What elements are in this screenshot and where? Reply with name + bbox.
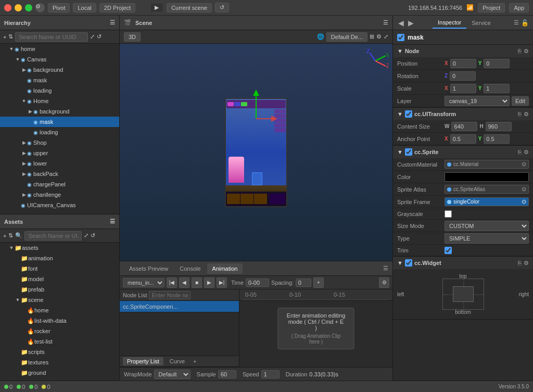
node-settings-icon[interactable]: ⚙ xyxy=(524,48,529,55)
play-back-btn[interactable]: ◀ xyxy=(179,277,189,288)
node-copy-icon[interactable]: ⎘ xyxy=(518,48,522,55)
next-frame-btn[interactable]: ▶| xyxy=(217,277,227,288)
inspector-tab[interactable]: Inspector xyxy=(433,17,466,29)
tree-item-mask1[interactable]: ▶ ◉ mask xyxy=(0,75,119,85)
color-swatch[interactable] xyxy=(445,172,529,182)
assets-item-font[interactable]: ▶ 📁 font xyxy=(0,263,119,274)
maximize-btn[interactable] xyxy=(25,4,32,11)
uitransform-copy-icon[interactable]: ⎘ xyxy=(518,111,522,118)
speed-input[interactable] xyxy=(261,370,280,378)
assets-menu-icon[interactable]: ☰ xyxy=(110,218,115,225)
minimize-btn[interactable] xyxy=(15,4,22,11)
tree-item-lower[interactable]: ▶ ◉ lower xyxy=(0,158,119,169)
stop-btn[interactable]: ■ xyxy=(192,277,202,288)
tree-item-backpack[interactable]: ▶ ◉ backPack xyxy=(0,169,119,179)
sizemode-select[interactable]: CUSTOM xyxy=(445,221,529,231)
sprite-atlas-ref-btn[interactable]: ⊙ xyxy=(522,186,526,193)
hierarchy-menu-icon[interactable]: ☰ xyxy=(110,19,115,26)
current-scene-button[interactable]: Current scene xyxy=(167,3,212,12)
tree-item-challenge[interactable]: ▶ ◉ chanllenge xyxy=(0,189,119,200)
position-y-input[interactable] xyxy=(484,59,510,68)
animation-menu-icon[interactable]: ☰ xyxy=(383,265,388,272)
layer-edit-btn[interactable]: Edit xyxy=(512,96,529,106)
local-button[interactable]: Local xyxy=(73,3,96,12)
assets-item-scripts[interactable]: ▶ 📁 scripts xyxy=(0,347,119,357)
clip-select[interactable]: menu_in... xyxy=(123,278,164,287)
play-button[interactable]: ▶ xyxy=(150,3,163,12)
assets-item-ground[interactable]: ▶ 📁 ground xyxy=(0,368,119,378)
service-tab[interactable]: Service xyxy=(466,18,496,28)
assets-item-assets[interactable]: ▼ 📁 assets xyxy=(0,243,119,253)
anim-settings-btn[interactable]: ⚙ xyxy=(379,277,389,288)
tree-item-chargepanel[interactable]: ▶ ◉ chargePanel xyxy=(0,179,119,189)
tree-item-canvas[interactable]: ▼ ◉ Canvas xyxy=(0,54,119,65)
close-btn[interactable] xyxy=(4,4,11,11)
assets-item-testlist[interactable]: ▶ 🔥 test-list xyxy=(0,336,119,347)
node-section-header[interactable]: ▼ Node ⎘ ⚙ xyxy=(393,45,533,57)
widget-copy-icon[interactable]: ⎘ xyxy=(518,260,522,267)
tree-item-home2[interactable]: ▼ ◉ Home xyxy=(0,96,119,106)
tree-item-bg2[interactable]: ▶ ◉ background xyxy=(0,106,119,117)
custommaterial-ref-btn[interactable]: ⊙ xyxy=(522,161,526,168)
anchor-x-input[interactable] xyxy=(450,134,476,144)
assets-item-animation[interactable]: ▶ 📁 animation xyxy=(0,253,119,263)
project-button[interactable]: Project xyxy=(478,3,505,12)
sprite-settings-icon[interactable]: ⚙ xyxy=(524,149,529,156)
assets-add-icon[interactable]: + xyxy=(3,233,6,239)
widget-header[interactable]: ▼ cc.Widget ⎘ ⚙ xyxy=(393,257,533,269)
wrapmode-select[interactable]: Default xyxy=(154,370,191,379)
tree-item-upper[interactable]: ▶ ◉ upper xyxy=(0,148,119,158)
scene-view[interactable]: Y Z Z xyxy=(120,44,392,261)
tab-animation[interactable]: Animation xyxy=(207,263,243,274)
3d-mode-button[interactable]: 3D xyxy=(124,32,141,42)
width-input[interactable] xyxy=(451,122,477,131)
sprite-header[interactable]: ▼ cc.Sprite ⎘ ⚙ xyxy=(393,146,533,158)
assets-item-scene[interactable]: ▼ 📁 scene xyxy=(0,295,119,305)
hierarchy-expand-icon[interactable]: ⤢ xyxy=(90,33,95,40)
curve-tab[interactable]: Curve xyxy=(166,357,189,365)
tree-item-uicamera[interactable]: ▶ ◉ UICamera_Canvas xyxy=(0,200,119,210)
expand-scene-icon[interactable]: ⤢ xyxy=(384,33,388,40)
assets-item-textures[interactable]: ▶ 📁 textures xyxy=(0,357,119,368)
position-x-input[interactable] xyxy=(450,59,476,68)
nav-fwd-btn[interactable]: ▶ xyxy=(407,19,415,27)
assets-item-rocker[interactable]: ▶ 🔥 rocker xyxy=(0,326,119,336)
prev-frame-btn[interactable]: |◀ xyxy=(167,277,177,288)
node-active-checkbox[interactable] xyxy=(397,34,404,41)
settings-icon[interactable]: ⚙ xyxy=(35,3,45,12)
tree-item-loading2[interactable]: ▶ ◉ loading xyxy=(0,127,119,137)
assets-expand-icon[interactable]: ⤢ xyxy=(84,232,88,239)
assets-item-model[interactable]: ▶ 📁 model xyxy=(0,274,119,284)
sort-icon[interactable]: ⇅ xyxy=(8,33,13,40)
height-input[interactable] xyxy=(486,122,512,131)
inspector-menu-icon[interactable]: ☰ xyxy=(514,19,519,26)
widget-settings-icon[interactable]: ⚙ xyxy=(524,260,529,267)
assets-item-prefab[interactable]: ▶ 📁 prefab xyxy=(0,284,119,295)
uitransform-header[interactable]: ▼ cc.UITransform ⎘ ⚙ xyxy=(393,108,533,120)
tree-item-shop[interactable]: ▶ ◉ Shop xyxy=(0,137,119,148)
rotation-z-input[interactable] xyxy=(450,71,476,81)
pivot-button[interactable]: Pivot xyxy=(48,3,70,12)
tab-console[interactable]: Console xyxy=(174,263,206,274)
sprite-copy-icon[interactable]: ⎘ xyxy=(518,149,522,156)
tree-item-mask2[interactable]: ▶ ◉ mask xyxy=(0,117,119,127)
scale-y-input[interactable] xyxy=(484,84,510,93)
add-prop-btn[interactable]: + xyxy=(193,358,196,364)
tab-assets-preview[interactable]: Assets Preview xyxy=(124,263,173,274)
assets-item-home-s[interactable]: ▶ 🔥 home xyxy=(0,305,119,315)
assets-search-input[interactable] xyxy=(24,231,82,241)
anim-row-component[interactable]: cc.SpriteComponen... xyxy=(120,301,239,312)
assets-sort-icon[interactable]: ⇅ xyxy=(8,232,13,239)
grayscale-checkbox[interactable] xyxy=(445,210,452,218)
assets-item-listwithdata[interactable]: ▶ 🔥 list-with-data xyxy=(0,315,119,326)
default-display-button[interactable]: Default De... xyxy=(326,32,367,42)
hierarchy-refresh-icon[interactable]: ↺ xyxy=(97,33,101,40)
current-time-input[interactable] xyxy=(246,279,269,287)
play-fwd-btn[interactable]: ▶ xyxy=(204,277,214,288)
uitransform-checkbox[interactable] xyxy=(405,110,412,118)
nav-back-btn[interactable]: ◀ xyxy=(397,19,405,27)
uitransform-settings-icon[interactable]: ⚙ xyxy=(524,111,529,118)
type-select[interactable]: SIMPLE xyxy=(445,233,529,244)
sample-input[interactable] xyxy=(218,370,236,378)
lock-icon[interactable]: 🔓 xyxy=(521,19,529,27)
